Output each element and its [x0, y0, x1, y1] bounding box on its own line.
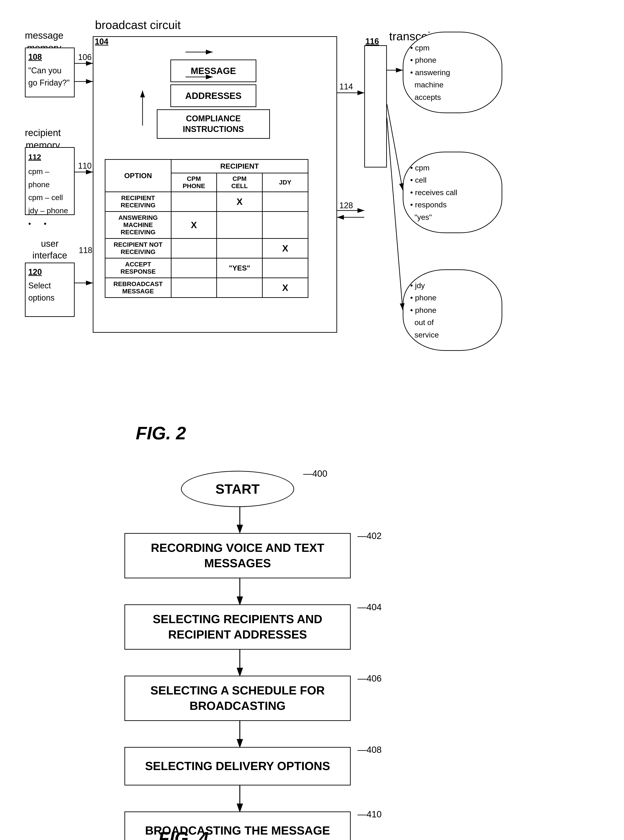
recipient-memory-box: 112 cpm – phonecpm – celljdy – phone• • — [25, 147, 75, 215]
table-cell-option: RECIPIENT NOTRECEIVING — [105, 238, 171, 258]
table-row: ANSWERING MACHINERECEIVING X — [105, 212, 308, 238]
table-cell-cpm-phone — [171, 258, 217, 278]
table-cell-jdy: X — [263, 278, 308, 298]
table-cell-cpm-cell — [217, 212, 263, 238]
msg-memory-ref: 108 — [28, 51, 71, 63]
compliance-box: COMPLIANCEINSTRUCTIONS — [157, 109, 270, 139]
message-box: MESSAGE — [170, 60, 256, 82]
table-cell-jdy: X — [263, 238, 308, 258]
arrow-408-410 — [234, 786, 246, 813]
table-cell-jdy — [263, 258, 308, 278]
fig2-label: FIG. 2 — [136, 423, 186, 444]
svg-text:128: 128 — [339, 201, 353, 210]
table-cell-cpm-cell: X — [217, 192, 263, 212]
ref-404: —404 — [357, 602, 382, 612]
svg-text:110: 110 — [78, 161, 92, 170]
ref-406: —406 — [357, 673, 382, 684]
svg-line-12 — [387, 104, 403, 190]
fig2-diagram: broadcast circuit transceiver messagemem… — [23, 18, 601, 448]
table-header-option: OPTION — [105, 159, 171, 192]
fig4-diagram: START —400 RECORDING VOICE AND TEXTMESSA… — [23, 466, 601, 840]
ui-box: 120 Select options — [25, 263, 75, 317]
table-cell-cpm-phone — [171, 278, 217, 298]
svg-text:114: 114 — [339, 82, 353, 91]
addresses-box: ADDRESSES — [170, 84, 256, 107]
table-cell-jdy — [263, 212, 308, 238]
ref-400: —400 — [303, 469, 327, 479]
arrow-406-408 — [234, 721, 246, 748]
table-cell-jdy — [263, 192, 308, 212]
svg-line-13 — [387, 118, 403, 310]
table-subheader-cpm-phone: CPMPHONE — [171, 173, 217, 192]
arrow-start-402 — [234, 507, 246, 534]
svg-text:116: 116 — [365, 37, 379, 46]
table-cell-cpm-cell — [217, 278, 263, 298]
cloud-top: • cpm• phone• answering machine accepts — [403, 32, 502, 113]
table-cell-cpm-phone: X — [171, 212, 217, 238]
step-404-box: SELECTING RECIPIENTS ANDRECIPIENT ADDRES… — [124, 604, 351, 650]
broadcast-ref: 104 — [95, 37, 108, 46]
step-406-box: SELECTING A SCHEDULE FORBROADCASTING — [124, 676, 351, 721]
table-cell-option: ANSWERING MACHINERECEIVING — [105, 212, 171, 238]
table-cell-cpm-cell: "YES" — [217, 258, 263, 278]
broadcast-circuit-title: broadcast circuit — [95, 18, 181, 32]
step-402-box: RECORDING VOICE AND TEXTMESSAGES — [124, 533, 351, 579]
ref-408: —408 — [357, 745, 382, 755]
message-memory-box: 108 "Can yougo Friday?" — [25, 48, 75, 97]
arrow-402-404 — [234, 579, 246, 605]
recipient-memory-content: cpm – phonecpm – celljdy – phone• • — [28, 165, 71, 230]
recipient-memory-ref: 112 — [28, 150, 71, 164]
table-subheader-jdy: JDY — [263, 173, 308, 192]
table-cell-option: REBROADCASTMESSAGE — [105, 278, 171, 298]
page: broadcast circuit transceiver messagemem… — [0, 0, 624, 840]
table-cell-cpm-phone — [171, 238, 217, 258]
table-cell-cpm-phone — [171, 192, 217, 212]
table-cell-cpm-cell — [217, 238, 263, 258]
transceiver-box — [364, 45, 387, 167]
ui-box-content: Select options — [28, 280, 71, 304]
ref-402: —402 — [357, 531, 382, 541]
ui-box-ref: 120 — [28, 266, 71, 278]
table-cell-option: RECIPIENTRECEIVING — [105, 192, 171, 212]
ref-410: —410 — [357, 809, 382, 819]
table-row: ACCEPTRESPONSE "YES" — [105, 258, 308, 278]
table-row: RECIPIENTRECEIVING X — [105, 192, 308, 212]
step-408-box: SELECTING DELIVERY OPTIONS — [124, 747, 351, 786]
table-row: REBROADCASTMESSAGE X — [105, 278, 308, 298]
svg-text:106: 106 — [78, 53, 92, 62]
broadcast-circuit-box: 104 MESSAGE ADDRESSES COMPLIANCEINSTRUCT… — [93, 36, 337, 333]
cloud-mid: • cpm• cell• receives call• responds "ye… — [403, 152, 502, 233]
cloud-bottom: • jdy• phone• phone out of service — [403, 269, 502, 351]
table-row: RECIPIENT NOTRECEIVING X — [105, 238, 308, 258]
table-subheader-cpm-cell: CPMCELL — [217, 173, 263, 192]
ui-ref-label: 118 — [79, 246, 92, 255]
start-oval: START — [181, 471, 294, 507]
table-cell-option: ACCEPTRESPONSE — [105, 258, 171, 278]
table-header-recipient: RECIPIENT — [171, 159, 308, 173]
arrow-404-406 — [234, 650, 246, 677]
option-table: OPTION RECIPIENT CPMPHONE CPMCELL JDY RE… — [105, 159, 308, 298]
fig4-label: FIG. 4 — [158, 828, 209, 840]
msg-memory-content: "Can yougo Friday?" — [28, 65, 71, 89]
